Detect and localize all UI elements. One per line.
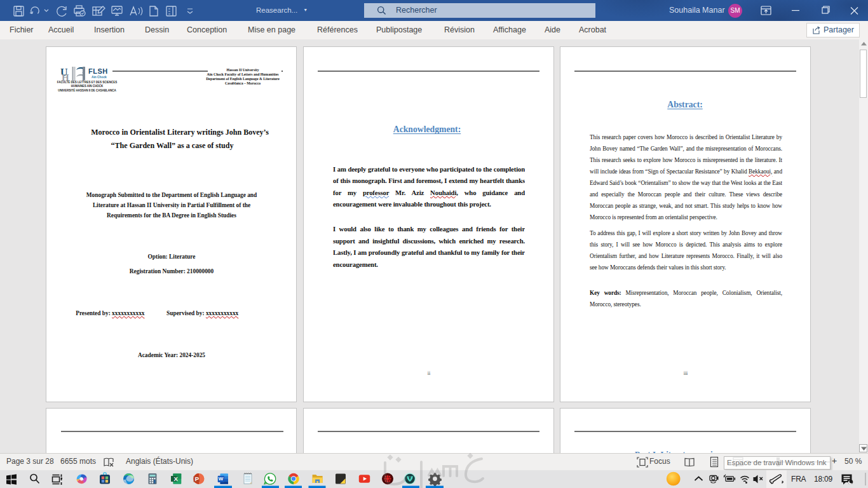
svg-text:FRA: FRA	[791, 475, 806, 484]
svg-text:X: X	[173, 475, 178, 482]
svg-text:P: P	[195, 475, 200, 482]
svg-text:W: W	[219, 476, 224, 482]
svg-text:18:09: 18:09	[814, 475, 833, 484]
